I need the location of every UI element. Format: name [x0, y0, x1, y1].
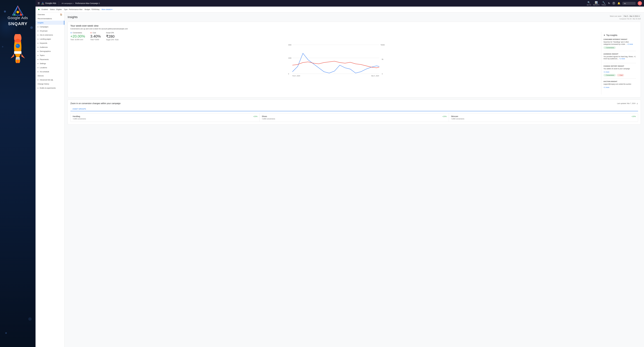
decoration-dot-3: [2, 46, 3, 47]
sidebar-item-devices[interactable]: Devices: [36, 74, 64, 78]
reports-button[interactable]: 📊 REPORTS: [593, 1, 600, 6]
sidebar-item-landing-pages[interactable]: ▶ Landing pages: [36, 37, 64, 41]
svg-point-19: [44, 4, 44, 5]
audience-insight-link[interactable]: +1 more: [619, 58, 625, 60]
sidebar-label-settings: Settings: [40, 63, 46, 65]
sidebar-item-topics[interactable]: ▶ Topics: [36, 53, 64, 57]
sidebar-label-overview: Overview: [38, 14, 45, 16]
date-range-dropdown[interactable]: Feb 5 - Mar 6 2024 ▾: [622, 15, 641, 18]
auction-insight-link[interactable]: +1 more: [604, 87, 609, 88]
content-area: Overview 🏠 Recommendations Insights ▶ Ca…: [36, 12, 644, 347]
sidebar-label-devices: Devices: [38, 75, 44, 77]
tab-asset-groups[interactable]: ASSET GROUPS: [70, 107, 88, 111]
sidebar-item-advanced-bid[interactable]: ▶ Advanced bid adj.: [36, 78, 64, 82]
conversions-legend-label: Converstions: [73, 32, 82, 34]
asset-name-skincare: Skincare: [451, 115, 458, 117]
svg-text:₹0: ₹0: [382, 59, 383, 60]
sidebar-label-locations: Locations: [40, 67, 47, 69]
chevron-icon: ▶: [38, 71, 39, 72]
chevron-icon: ▶: [38, 38, 39, 40]
svg-text:0: 0: [382, 73, 383, 75]
nav-breadcrumb[interactable]: All campaigns >: [62, 2, 74, 4]
main-container: ☰ Google Ads All campaigns > Perfomance-…: [36, 0, 644, 347]
top-insights-title: ✦ Top insights: [604, 34, 636, 37]
notifications-button[interactable]: 🔔: [618, 2, 620, 5]
sidebar-label-keywords: Keywords: [40, 42, 47, 44]
hamburger-menu[interactable]: ☰: [38, 2, 40, 5]
asset-change-skincare: +20%: [631, 115, 636, 117]
refresh-button[interactable]: ↻: [608, 2, 610, 5]
cost-legend-label: Cost: [92, 32, 96, 34]
sidebar-item-audiences[interactable]: ▶ Audiences: [36, 45, 64, 49]
conversions-legend: Converstions: [70, 32, 85, 34]
nav-search-input[interactable]: [622, 2, 636, 5]
asset-item-shoes: Shoes +20% +1400 conversions: [260, 114, 449, 122]
top-navigation: ☰ Google Ads All campaigns > Perfomance-…: [36, 0, 644, 7]
auction-insight: AUCTION INSIGHT support@snqary.com exite…: [604, 81, 636, 90]
tools-button[interactable]: 🔧 TOOLS: [602, 1, 606, 6]
decoration-dot-5: [5, 332, 7, 334]
goto-button[interactable]: 🔍 GO TO: [587, 1, 591, 6]
chevron-icon: ▶: [38, 42, 39, 44]
nav-logo-icon: [41, 2, 44, 5]
sidebar-item-ad-schedule[interactable]: ▶ Ad schedule: [36, 70, 64, 74]
more-details-link[interactable]: More details ▾: [102, 9, 112, 11]
goto-label: GO TO: [587, 4, 591, 6]
change-history-badges: Conversions Cost: [604, 74, 636, 76]
sidebar-item-adgroups[interactable]: ▶ Ad groups: [36, 29, 64, 33]
sidebar-item-demographics[interactable]: ▶ Demographics: [36, 49, 64, 53]
consumer-interest-link[interactable]: +2 more: [627, 43, 633, 45]
dropdown-arrow-icon: ▾: [639, 15, 640, 17]
sidebar-item-change-history[interactable]: Change history: [36, 82, 64, 86]
tools-label: TOOLS: [602, 4, 606, 6]
svg-point-1: [16, 11, 19, 14]
sidebar-label-recommendations: Recommendations: [38, 18, 52, 20]
sidebar-item-drafts-experiments[interactable]: ▶ Drafts & experiments: [36, 86, 64, 90]
sidebar-item-placements[interactable]: ▶ Placements: [36, 57, 64, 62]
svg-text:0: 0: [288, 73, 289, 75]
sidebar-item-overview[interactable]: Overview 🏠: [36, 12, 64, 17]
sidebar-item-keywords[interactable]: ▶ Keywords: [36, 41, 64, 45]
sidebar-item-settings[interactable]: ▶ Settings: [36, 62, 64, 66]
chevron-down-icon: ▾: [112, 9, 112, 11]
sidebar-item-campaigns[interactable]: ▶ Campaigns: [36, 25, 64, 29]
asset-item-handbag: Handbag +20% +1400 conversions: [70, 114, 260, 122]
date-range-label: Week over week: [610, 15, 621, 17]
blue-legend-dot: [70, 33, 72, 33]
svg-point-13: [16, 45, 18, 46]
sidebar-item-locations[interactable]: ▶ Locations: [36, 66, 64, 70]
status-eligible-label: Status : Eligible: [50, 9, 62, 11]
asset-conversions-skincare: +1400 conversions: [451, 118, 636, 120]
svg-point-18: [42, 4, 42, 5]
chart-area: 3000 1500 0 ₹2000 ₹0 0: [70, 43, 601, 77]
collapse-button[interactable]: ∧: [636, 102, 638, 105]
last-updated-text: Last updated: Mar 7, 2024: [617, 103, 636, 104]
asset-groups-grid: Handbag +20% +1400 conversions Shoes +20…: [70, 113, 638, 122]
sidebar-label-placements: Placements: [40, 59, 49, 61]
chevron-icon: ▶: [38, 51, 39, 52]
sidebar-item-ads-extensions[interactable]: ▶ Ads & extensions: [36, 33, 64, 37]
consumer-interest-type: CONSUMER INTEREST INSIGHT: [604, 39, 636, 40]
sidebar-label-advanced-bid: Advanced bid adj.: [40, 79, 53, 81]
cpa-legend-label: Actual CPA: [106, 32, 114, 34]
conversions-badge-change: Conversions: [604, 74, 616, 76]
sidebar-item-recommendations[interactable]: Recommendations: [36, 17, 64, 21]
chevron-icon: ▶: [38, 59, 39, 60]
rocket-svg: [9, 34, 26, 63]
company-name-label: SNQARY: [8, 21, 28, 26]
status-enabled-label: Enabled: [42, 9, 48, 11]
chevron-icon: ▶: [38, 55, 39, 56]
status-dot-enabled: [38, 9, 40, 10]
nav-logo: Google Ads: [41, 2, 56, 5]
change-history-link[interactable]: +1 more: [604, 71, 609, 73]
sidebar-item-insights[interactable]: Insights: [36, 21, 64, 25]
search-icon: 🔍: [588, 1, 590, 4]
user-avatar[interactable]: S: [638, 1, 642, 6]
rocket-illustration: [9, 34, 26, 63]
help-button[interactable]: ?: [612, 2, 615, 5]
metric-actual-cpa: Actual CPA ₹280 Target CPA: ₹250: [106, 32, 118, 41]
compared-date-text: Compared: Feb 29 - Mar 20 2024: [620, 18, 641, 20]
audience-insight: AUDIENCE INSIGHT You provided signals fo…: [604, 53, 636, 63]
conversions-value: +20.00%: [70, 34, 85, 39]
week-view-title: Your week-over-week view: [70, 25, 638, 27]
